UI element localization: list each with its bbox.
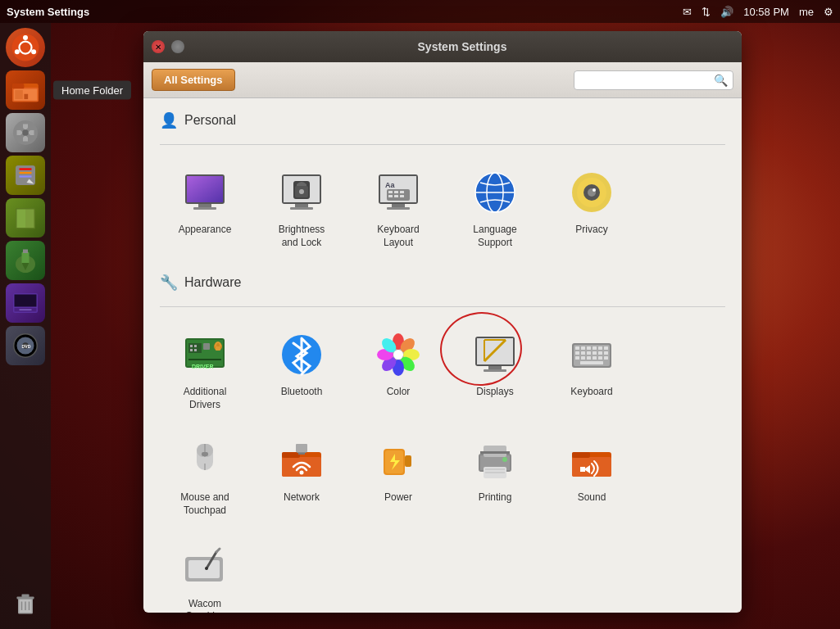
network-item[interactable]: Network	[257, 426, 347, 525]
svg-rect-63	[394, 195, 398, 197]
svg-rect-56	[392, 204, 405, 207]
window-close-button[interactable]: ✕	[152, 40, 165, 53]
privacy-item[interactable]: Privacy	[547, 158, 637, 257]
svg-rect-107	[575, 346, 579, 350]
brightness-lock-item[interactable]: Brightnessand Lock	[257, 158, 347, 257]
svg-point-97	[393, 350, 403, 360]
search-box: 🔍	[574, 70, 733, 90]
svg-rect-9	[15, 90, 22, 99]
svg-rect-80	[190, 349, 193, 351]
svg-rect-79	[194, 345, 197, 347]
launcher-home-folder[interactable]: Home Folder	[6, 70, 45, 110]
svg-point-4	[15, 49, 20, 54]
launcher-pencil-app[interactable]	[6, 156, 45, 195]
svg-rect-109	[587, 346, 591, 350]
displays-item[interactable]: Displays	[450, 320, 540, 419]
displays-icon	[469, 328, 521, 381]
svg-rect-83	[203, 343, 210, 350]
color-icon	[372, 328, 425, 381]
svg-rect-7	[12, 84, 24, 88]
svg-rect-115	[587, 351, 591, 355]
svg-point-2	[23, 35, 28, 40]
svg-rect-117	[598, 351, 602, 355]
svg-rect-123	[598, 356, 602, 360]
window-minimize-button[interactable]	[171, 40, 184, 53]
appearance-item[interactable]: Appearance	[160, 158, 250, 257]
network-label: Network	[284, 491, 320, 505]
launcher-purple-app[interactable]	[6, 283, 45, 323]
appearance-label: Appearance	[179, 224, 232, 237]
svg-point-53	[299, 189, 304, 194]
topbar-time: 10:58 PM	[743, 6, 789, 18]
window-toolbar: All Settings 🔍	[143, 62, 742, 98]
hardware-section-title: Hardware	[184, 275, 241, 290]
svg-rect-45	[198, 204, 211, 207]
keyboard-layout-label: KeyboardLayout	[377, 224, 419, 249]
hardware-section-icon: 🔧	[160, 274, 178, 292]
svg-rect-114	[581, 351, 585, 355]
launcher-ubuntu-button[interactable]	[6, 28, 45, 67]
color-item[interactable]: Color	[353, 320, 443, 419]
launcher-dvd-app[interactable]: DVD	[6, 326, 45, 365]
keyboard-layout-item[interactable]: Aa KeyboardLayout	[353, 158, 443, 257]
launcher-trash[interactable]	[6, 583, 45, 622]
svg-rect-112	[604, 346, 608, 350]
svg-rect-46	[193, 207, 216, 210]
svg-text:Aa: Aa	[385, 181, 395, 189]
sound-item[interactable]: Sound	[547, 426, 637, 525]
svg-rect-111	[598, 346, 602, 350]
all-settings-button[interactable]: All Settings	[152, 69, 235, 91]
bluetooth-item[interactable]: Bluetooth	[257, 320, 347, 419]
launcher-system-tools[interactable]	[6, 113, 45, 152]
svg-point-3	[31, 49, 36, 54]
svg-rect-44	[187, 176, 223, 202]
svg-rect-139	[405, 455, 411, 467]
mouse-touchpad-label: Mouse andTouchpad	[180, 491, 229, 517]
power-item[interactable]: Power	[353, 426, 443, 525]
mouse-touchpad-item[interactable]: Mouse andTouchpad	[160, 426, 250, 525]
launcher-book-app[interactable]	[6, 198, 45, 238]
language-support-label: LanguageSupport	[473, 224, 516, 249]
window-title: System Settings	[191, 40, 733, 53]
language-support-item[interactable]: LanguageSupport	[450, 158, 540, 257]
keyboard-layout-icon: Aa	[372, 166, 425, 219]
privacy-icon	[565, 166, 618, 219]
svg-rect-50	[290, 207, 313, 210]
svg-rect-136	[296, 444, 307, 452]
language-support-icon	[469, 166, 521, 219]
svg-rect-62	[388, 195, 393, 197]
additional-drivers-item[interactable]: DRIVER AdditionalDrivers	[160, 320, 250, 419]
keyboard-item[interactable]: Keyboard	[547, 320, 637, 419]
svg-point-134	[300, 471, 304, 475]
svg-rect-24	[23, 250, 28, 254]
brightness-lock-label: Brightnessand Lock	[279, 224, 325, 249]
printing-item[interactable]: Printing	[450, 426, 540, 525]
svg-point-157	[205, 567, 208, 570]
launcher-green-pencil[interactable]	[6, 241, 45, 280]
svg-rect-137	[298, 453, 305, 455]
hardware-section-header: 🔧 Hardware	[160, 274, 725, 295]
svg-rect-120	[581, 356, 585, 360]
svg-rect-60	[394, 191, 398, 193]
svg-rect-57	[387, 207, 410, 210]
additional-drivers-icon: DRIVER	[179, 328, 231, 381]
home-folder-tooltip: Home Folder	[53, 81, 131, 100]
topbar-title: System Settings	[7, 6, 683, 18]
printing-icon	[469, 434, 521, 486]
privacy-label: Privacy	[575, 224, 607, 237]
keyboard-icon	[565, 328, 618, 381]
svg-rect-129	[202, 452, 208, 456]
wacom-item[interactable]: WacomGraphicsTablet	[160, 532, 250, 613]
svg-rect-155	[188, 560, 220, 578]
personal-section-title: Personal	[184, 113, 236, 128]
topbar-right: ✉ ⇅ 🔊 10:58 PM me ⚙	[683, 6, 833, 18]
power-icon-display	[372, 434, 425, 486]
svg-rect-153	[580, 467, 585, 472]
search-input[interactable]	[579, 74, 711, 86]
svg-rect-19	[17, 210, 26, 229]
svg-rect-28	[20, 310, 32, 311]
displays-label: Displays	[476, 386, 513, 399]
printing-label: Printing	[479, 491, 512, 505]
svg-rect-77	[188, 343, 202, 353]
personal-divider	[160, 144, 725, 145]
